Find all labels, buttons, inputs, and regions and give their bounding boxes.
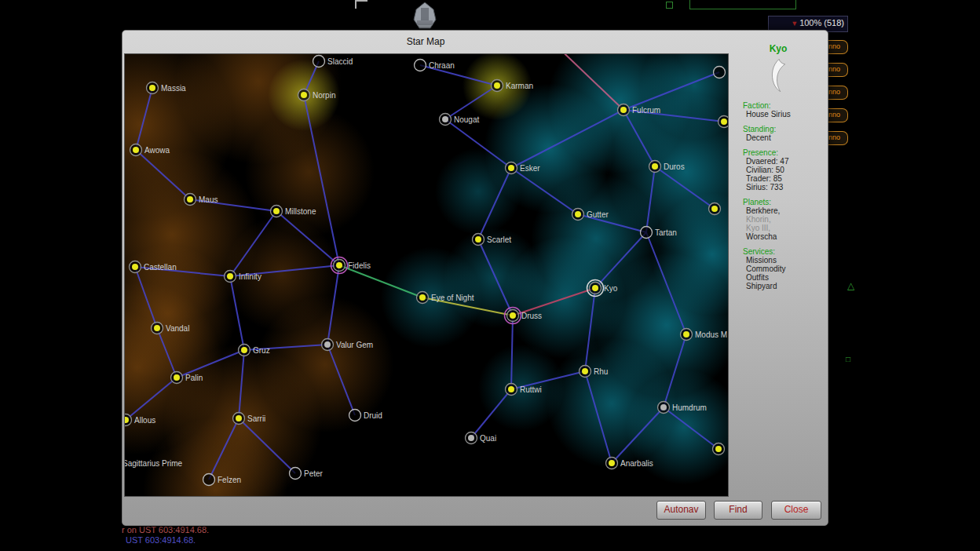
log-message: r on UST 603:4914.68.: [122, 525, 209, 535]
map-system[interactable]: Quai: [466, 432, 497, 444]
map-system[interactable]: Infinity: [225, 271, 261, 283]
system-label: Slaccid: [327, 57, 353, 66]
weapon-slot-fragment: nno: [827, 108, 848, 122]
panel-section-label: Services:: [743, 247, 828, 256]
map-system[interactable]: Sagittarius Prime: [125, 458, 183, 469]
hyperlane: [612, 407, 664, 463]
map-system[interactable]: Eye of Night: [417, 292, 474, 304]
system-label: Tartan: [655, 228, 677, 237]
map-system[interactable]: Scarlet: [473, 234, 512, 246]
find-button[interactable]: Find: [714, 501, 762, 520]
map-system[interactable]: Felzen: [203, 474, 242, 486]
gray-dot-icon: [660, 404, 667, 411]
autonav-button[interactable]: Autonav: [656, 501, 706, 520]
panel-section-value: Shipyard: [743, 282, 828, 290]
system-circle: [415, 60, 426, 71]
panel-section-value: Berkhere,: [743, 206, 828, 215]
panel-section-value: Outfits: [743, 273, 828, 282]
star-dot-icon: [510, 312, 516, 319]
system-label: Infinity: [239, 272, 261, 281]
map-system[interactable]: Nougat: [440, 114, 480, 126]
hyperlane: [585, 288, 595, 371]
map-system[interactable]: [709, 203, 721, 215]
map-system[interactable]: Massia: [147, 82, 187, 94]
map-system[interactable]: Allous: [125, 414, 155, 426]
map-system[interactable]: Maus: [185, 194, 218, 206]
hyperlane: [478, 239, 513, 316]
hyperlane: [655, 166, 715, 209]
system-label: Scarlet: [487, 235, 511, 244]
system-circle: [203, 474, 215, 486]
map-system[interactable]: [713, 443, 725, 455]
system-label: Sarrii: [247, 414, 265, 423]
map-system[interactable]: Norpin: [298, 89, 336, 101]
map-system[interactable]: Sarrii: [233, 413, 266, 425]
map-system[interactable]: [714, 67, 726, 78]
hyperlane: [209, 418, 239, 480]
map-system[interactable]: Millstone: [271, 206, 316, 217]
hyperlane: [585, 371, 612, 463]
star-map-svg: SlaccidChraanKarmanMassiaNorpinNougatFul…: [125, 54, 728, 496]
system-circle: [714, 67, 726, 78]
gray-dot-icon: [324, 341, 331, 348]
star-dot-icon: [236, 415, 242, 421]
map-system[interactable]: Awowa: [130, 144, 170, 156]
map-system[interactable]: Palin: [171, 372, 203, 384]
star-dot-icon: [475, 236, 481, 243]
map-system[interactable]: Rhu: [580, 366, 609, 378]
map-system[interactable]: Slaccid: [313, 56, 353, 68]
hyperlane: [623, 110, 655, 166]
hyperlane: [126, 378, 177, 420]
system-label: Quai: [480, 434, 496, 443]
radar-triangle-icon: △: [847, 280, 854, 291]
map-system[interactable]: Karman: [492, 80, 534, 92]
map-system[interactable]: Druss: [505, 308, 543, 324]
faction-logo-icon: [729, 57, 828, 95]
panel-section-label: Faction:: [743, 101, 828, 110]
system-label: Sagittarius Prime: [125, 459, 183, 468]
panel-section-value: Worscha: [743, 232, 828, 241]
panel-section-value: Dvaered: 47: [743, 157, 828, 166]
map-system[interactable]: Chraan: [415, 60, 455, 71]
system-label: Chraan: [429, 61, 455, 70]
star-dot-icon: [683, 331, 689, 338]
map-system[interactable]: Ruttwi: [506, 384, 542, 396]
map-system[interactable]: Duros: [649, 161, 685, 173]
map-system[interactable]: Valur Gem: [322, 339, 374, 351]
system-label: Esker: [520, 164, 540, 173]
star-map-dialog: Star Map SlaccidChraanKarmanMassiaNorpin…: [122, 30, 828, 526]
map-system[interactable]: Vandal: [152, 323, 190, 334]
gray-dot-icon: [468, 435, 474, 441]
map-system[interactable]: Kyo: [587, 280, 618, 297]
map-system[interactable]: Gutter: [572, 209, 609, 221]
map-system[interactable]: Modus M: [681, 329, 728, 341]
hyperlane: [157, 328, 177, 378]
map-system[interactable]: Fidelis: [331, 257, 371, 274]
system-label: Vandal: [166, 324, 189, 333]
map-system[interactable]: Jac: [719, 116, 729, 128]
map-system[interactable]: Druid: [349, 410, 382, 421]
system-circle: [313, 56, 325, 68]
map-system[interactable]: Humdrum: [658, 402, 707, 414]
hyperlane: [595, 232, 646, 288]
map-system[interactable]: Anarbalis: [606, 458, 653, 469]
map-system[interactable]: Gruz: [239, 345, 270, 356]
hyperlane: [664, 407, 719, 449]
hyperlane: [511, 110, 623, 168]
system-label: Felzen: [218, 476, 241, 484]
map-system[interactable]: Peter: [290, 468, 324, 480]
system-label: Massia: [161, 84, 186, 93]
map-system[interactable]: Fulcrum: [618, 104, 661, 116]
gray-dot-icon: [442, 116, 448, 122]
system-label: Humdrum: [672, 403, 707, 412]
hyperlane: [471, 389, 511, 438]
map-system[interactable]: Esker: [506, 162, 541, 174]
panel-section-value: Decent: [743, 133, 828, 142]
close-button[interactable]: Close: [771, 501, 821, 520]
map-system[interactable]: Tartan: [641, 227, 677, 239]
system-label: Millstone: [285, 207, 316, 216]
panel-section-value: Trader: 85: [743, 174, 828, 183]
star-map-canvas[interactable]: SlaccidChraanKarmanMassiaNorpinNougatFul…: [124, 53, 729, 497]
map-system[interactable]: Castellan: [130, 261, 177, 273]
system-label: Palin: [185, 374, 203, 382]
